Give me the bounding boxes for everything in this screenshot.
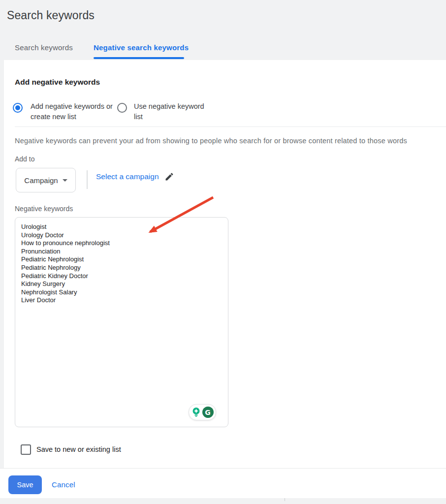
active-tab-underline [94,57,184,59]
save-to-list-checkbox[interactable] [21,444,31,455]
pencil-icon[interactable] [164,172,174,182]
save-to-list-checkbox-label[interactable]: Save to new or existing list [36,445,121,453]
radio-add-negative-keywords[interactable] [13,103,23,113]
save-button[interactable]: Save [8,475,42,494]
bottom-page-strip [0,498,446,504]
negative-keywords-textarea[interactable] [15,218,228,427]
bottom-column-divider [285,498,285,501]
radio-use-negative-keyword-list[interactable] [117,103,127,113]
negative-keywords-label: Negative keywords [15,205,73,213]
select-campaign-row: Select a campaign [96,170,174,183]
section-heading: Add negative keywords [15,78,100,87]
radio-dot [15,105,20,110]
negative-keywords-description: Negative keywords can prevent your ad fr… [15,137,441,145]
tab-search-keywords[interactable]: Search keywords [15,43,73,52]
campaign-dropdown[interactable]: Campaign [16,168,76,192]
page-title: Search keywords [7,9,95,22]
campaign-dropdown-value: Campaign [24,176,58,185]
negative-keywords-box: G [15,217,228,427]
vertical-divider [87,170,88,189]
chevron-down-icon [63,179,67,182]
grammarly-widget[interactable]: G [189,404,216,420]
radio-label-add-negative-keywords[interactable]: Add negative keywords or create new list [31,101,115,122]
grammarly-g-icon: G [202,407,214,418]
lightbulb-icon [191,407,201,417]
action-bar: Save Cancel [0,468,446,498]
add-negative-keywords-panel: Add negative keywords Add negative keywo… [4,60,446,468]
cancel-button[interactable]: Cancel [52,480,75,489]
select-campaign-link[interactable]: Select a campaign [96,172,159,181]
section-divider [15,126,446,127]
negative-keywords-page: Search keywords Search keywords Negative… [0,0,446,504]
add-to-label: Add to [15,155,34,163]
radio-label-use-negative-keyword-list[interactable]: Use negative keyword list [134,101,214,122]
tab-negative-search-keywords[interactable]: Negative search keywords [94,43,189,52]
